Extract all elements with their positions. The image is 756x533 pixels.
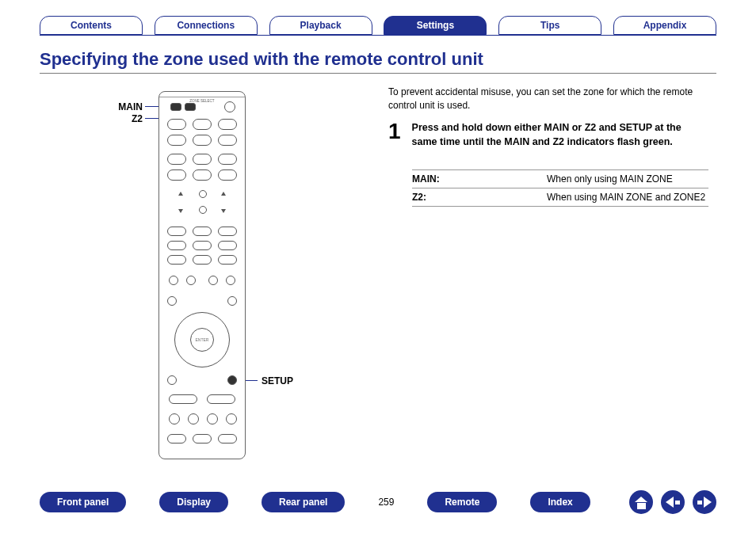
bottom-nav: Front panel Display Rear panel 259 Remot…	[40, 490, 716, 514]
def-desc-main: When only using MAIN ZONE	[547, 173, 708, 185]
arrow-right-icon	[697, 497, 712, 508]
remote-btn	[193, 227, 212, 236]
nav-index[interactable]: Index	[530, 492, 590, 512]
page-number: 259	[378, 497, 394, 508]
title-underline	[40, 73, 716, 74]
step-number: 1	[388, 120, 401, 149]
remote-btn	[167, 135, 186, 146]
remote-btn	[193, 135, 212, 146]
table-row: MAIN: When only using MAIN ZONE	[412, 169, 708, 188]
remote-body: ZONE SELECT	[158, 91, 246, 459]
sound-mode-btn	[218, 434, 237, 444]
intro-text: To prevent accidental misuse, you can se…	[388, 86, 708, 113]
main-button-icon	[170, 103, 181, 111]
power-button-icon	[224, 101, 235, 112]
vol-down-icon	[221, 209, 226, 213]
vol-up-icon	[221, 192, 226, 196]
remote-btn	[208, 276, 218, 285]
sound-mode-btn	[167, 434, 186, 444]
step-instruction: Press and hold down either MAIN or Z2 an…	[412, 120, 708, 149]
page-title: Specifying the zone used with the remote…	[40, 49, 483, 70]
callout-main-label: MAIN	[87, 101, 143, 112]
ch-down-icon	[178, 209, 183, 213]
nav-front-panel[interactable]: Front panel	[40, 492, 126, 512]
remote-btn	[218, 154, 237, 165]
remote-btn	[167, 255, 186, 265]
tab-appendix[interactable]: Appendix	[613, 16, 716, 35]
sound-mode-btn	[193, 434, 212, 444]
arrow-left-icon	[666, 497, 680, 508]
smart-select-4-icon	[226, 413, 237, 424]
tune-up-icon	[207, 394, 235, 404]
tab-connections[interactable]: Connections	[155, 16, 258, 35]
ch-up-icon	[178, 192, 183, 196]
home-button[interactable]	[629, 490, 653, 514]
remote-btn	[167, 227, 186, 236]
remote-btn	[167, 241, 186, 250]
nav-icons	[629, 490, 716, 514]
smart-select-3-icon	[207, 413, 218, 424]
nav-rear-panel[interactable]: Rear panel	[262, 492, 345, 512]
remote-btn	[167, 119, 186, 130]
remote-btn	[218, 255, 237, 265]
nav-display[interactable]: Display	[159, 492, 228, 512]
remote-btn	[218, 241, 237, 250]
remote-btn	[218, 227, 237, 236]
z2-button-icon	[185, 103, 196, 111]
callout-setup-label: SETUP	[262, 375, 309, 386]
remote-btn	[186, 276, 196, 285]
callout-z2-label: Z2	[87, 113, 143, 124]
next-page-button[interactable]	[693, 490, 716, 514]
back-btn-icon	[167, 375, 177, 385]
remote-btn	[193, 241, 212, 250]
def-term-main: MAIN:	[412, 173, 547, 185]
remote-btn	[218, 169, 237, 181]
def-term-z2: Z2:	[412, 192, 547, 203]
table-row: Z2: When using MAIN ZONE and ZONE2	[412, 188, 708, 207]
remote-btn	[169, 276, 178, 285]
prev-page-button[interactable]	[661, 490, 685, 514]
enter-button-icon: ENTER	[190, 328, 214, 352]
home-icon	[629, 490, 653, 514]
tune-down-icon	[169, 394, 197, 404]
smart-select-2-icon	[188, 413, 199, 424]
remote-btn	[167, 154, 186, 165]
tab-tips[interactable]: Tips	[498, 16, 601, 35]
definitions-table: MAIN: When only using MAIN ZONE Z2: When…	[412, 169, 708, 207]
remote-btn	[218, 135, 237, 146]
remote-btn	[193, 169, 212, 181]
remote-btn	[193, 255, 212, 265]
remote-btn	[226, 276, 235, 285]
tab-contents[interactable]: Contents	[40, 16, 143, 35]
setup-button-icon	[227, 375, 237, 385]
tab-playback[interactable]: Playback	[269, 16, 372, 35]
remote-btn	[193, 119, 212, 130]
remote-btn	[193, 154, 212, 165]
top-tab-bar: Contents Connections Playback Settings T…	[40, 16, 716, 35]
mute-btn-icon	[199, 206, 207, 214]
tab-settings[interactable]: Settings	[384, 16, 487, 35]
remote-btn	[167, 296, 177, 306]
def-desc-z2: When using MAIN ZONE and ZONE2	[547, 192, 708, 203]
remote-btn	[227, 296, 237, 306]
smart-select-1-icon	[169, 413, 180, 424]
cursor-ring: ENTER	[174, 312, 230, 367]
remote-illustration: ZONE SELECT	[158, 91, 246, 459]
eco-btn-icon	[199, 190, 207, 198]
remote-btn	[167, 169, 186, 181]
nav-remote[interactable]: Remote	[427, 492, 497, 512]
tab-underline	[40, 35, 716, 36]
remote-btn	[218, 119, 237, 130]
step-block: 1 Press and hold down either MAIN or Z2 …	[388, 120, 708, 149]
